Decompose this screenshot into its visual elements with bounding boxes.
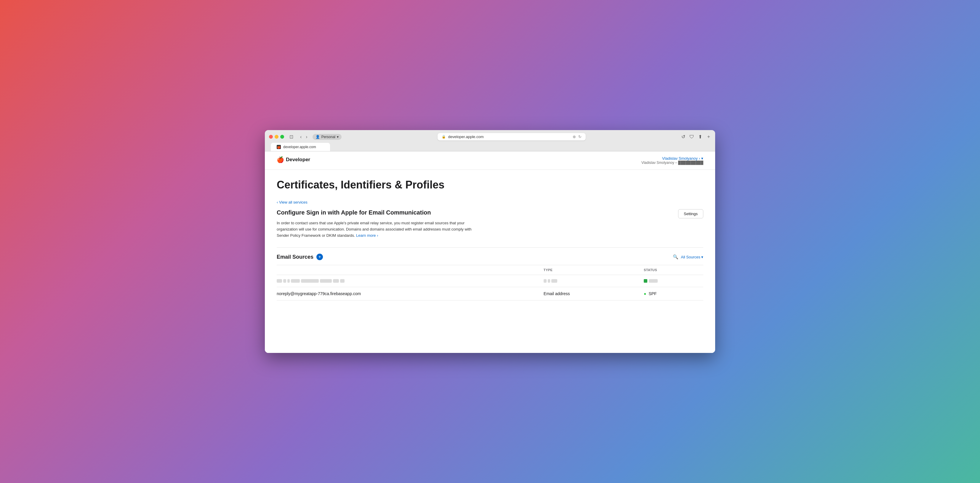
person-icon: 👤 (315, 135, 320, 139)
status-green-square (644, 279, 647, 283)
status-cell: ● SPF (640, 287, 703, 300)
tab-favicon: 🍎 (277, 145, 281, 149)
maximize-button[interactable] (280, 135, 284, 139)
table-row[interactable] (277, 275, 703, 287)
share-icon[interactable]: ⬆ (698, 134, 702, 140)
view-all-services-link[interactable]: ‹ View all services (277, 200, 307, 204)
user-name-text: Vladislav Smolyanoy › (662, 156, 700, 161)
active-tab[interactable]: 🍎 developer.apple.com (271, 143, 330, 151)
status-text: SPF (649, 291, 657, 296)
address-bar[interactable]: 🔒 developer.apple.com ⊕ ↻ (438, 133, 586, 140)
translate-icon: ⊕ (573, 134, 576, 139)
developer-text: Developer (286, 157, 310, 163)
traffic-lights (269, 135, 284, 139)
chevron-down-icon: ▾ (337, 135, 339, 139)
refresh-icon[interactable]: ↻ (578, 134, 582, 139)
sidebar-toggle[interactable]: ⊡ (288, 133, 295, 140)
col-email-header (277, 265, 540, 275)
user-name-link[interactable]: Vladislav Smolyanoy › ▾ (641, 156, 703, 161)
tab-label: developer.apple.com (283, 145, 316, 149)
page-title: Certificates, Identifiers & Profiles (277, 179, 703, 191)
forward-button[interactable]: › (304, 134, 309, 140)
divider (277, 247, 703, 248)
all-sources-label: All Sources (681, 255, 700, 259)
settings-button[interactable]: Settings (678, 209, 703, 218)
close-button[interactable] (269, 135, 273, 139)
learn-more-link[interactable]: Learn more › (356, 233, 378, 238)
status-green-icon: ● (644, 291, 646, 296)
email-sources-title-group: Email Sources + (277, 253, 323, 260)
nav-buttons: ‹ › (299, 134, 309, 140)
profile-label: Personal (321, 135, 336, 139)
reload-circle-icon[interactable]: ↺ (681, 134, 685, 140)
all-sources-dropdown[interactable]: All Sources ▾ (681, 255, 703, 259)
user-info: Vladislav Smolyanoy › ▾ Vladislav Smolya… (641, 156, 703, 165)
email-sources-table: TYPE STATUS (277, 265, 703, 300)
type-cell-blurred (540, 275, 640, 287)
email-cell-blurred (277, 275, 540, 287)
col-status-header: STATUS (640, 265, 703, 275)
description-text: In order to contact users that use Apple… (277, 220, 478, 239)
tabs-row: 🍎 developer.apple.com (269, 143, 711, 151)
lock-icon: 🔒 (442, 135, 446, 139)
email-sources-header: Email Sources + 🔍 All Sources ▾ (277, 253, 703, 260)
address-bar-wrapper: 🔒 developer.apple.com ⊕ ↻ (345, 133, 678, 140)
apple-logo-icon: 🍎 (277, 156, 284, 163)
email-sources-title: Email Sources (277, 254, 313, 260)
profile-pill[interactable]: 👤 Personal ▾ (313, 134, 342, 140)
chrome-actions: ↺ 🛡 ⬆ ＋ (681, 134, 711, 140)
search-icon: 🔍 (673, 254, 678, 260)
chevron-down-icon: ▾ (701, 156, 703, 161)
page-content: 🍎 Developer Vladislav Smolyanoy › ▾ Vlad… (265, 151, 715, 353)
minimize-button[interactable] (275, 135, 278, 139)
section-title: Configure Sign in with Apple for Email C… (277, 209, 478, 216)
url-text: developer.apple.com (448, 134, 484, 139)
add-email-source-button[interactable]: + (317, 253, 323, 260)
back-button[interactable]: ‹ (299, 134, 303, 140)
type-cell: Email address (540, 287, 640, 300)
site-header: 🍎 Developer Vladislav Smolyanoy › ▾ Vlad… (265, 151, 715, 170)
col-type-header: TYPE (540, 265, 640, 275)
user-id-text: Vladislav Smolyanoy – ██████████ (641, 161, 703, 165)
apple-developer-logo: 🍎 Developer (277, 156, 310, 163)
email-cell: noreply@mygreatapp-779ca.firebaseapp.com (277, 287, 540, 300)
main-content: Certificates, Identifiers & Profiles ‹ V… (265, 170, 715, 309)
table-row[interactable]: noreply@mygreatapp-779ca.firebaseapp.com… (277, 287, 703, 300)
shield-icon[interactable]: 🛡 (689, 134, 694, 140)
chevron-down-icon: ▾ (701, 255, 703, 259)
status-cell-blurred (640, 275, 703, 287)
browser-window: ⊡ ‹ › 👤 Personal ▾ 🔒 developer.apple.com… (265, 130, 715, 353)
browser-chrome: ⊡ ‹ › 👤 Personal ▾ 🔒 developer.apple.com… (265, 130, 715, 151)
new-tab-button[interactable]: ＋ (706, 134, 711, 140)
all-sources-filter[interactable]: 🔍 All Sources ▾ (673, 254, 703, 260)
